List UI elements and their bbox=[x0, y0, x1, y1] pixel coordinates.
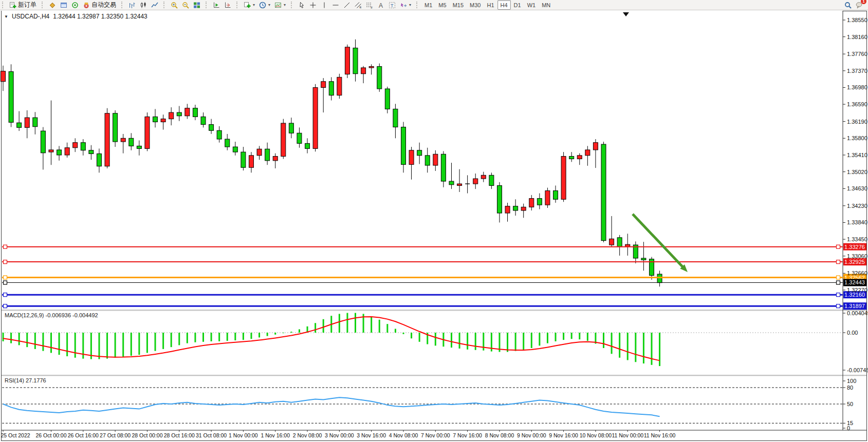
collapse-triangle-icon[interactable]: ▼ bbox=[4, 14, 8, 19]
line-handle[interactable] bbox=[4, 276, 7, 279]
price-axis-label: 1.38550 bbox=[847, 17, 867, 23]
rsi-axis-label: 80 bbox=[847, 385, 853, 391]
line-handle[interactable] bbox=[837, 281, 840, 284]
line-handle[interactable] bbox=[837, 245, 840, 248]
time-axis-label: 2 Nov 08:00 bbox=[293, 432, 322, 438]
time-axis-label: 10 Nov 08:00 bbox=[580, 432, 612, 438]
macd-axis-label: -0.007459 bbox=[847, 367, 868, 373]
rsi-indicator-label: RSI(14) 27.1776 bbox=[5, 377, 46, 383]
svg-text:1.33276: 1.33276 bbox=[844, 244, 865, 250]
time-axis-label: 3 Nov 16:00 bbox=[357, 432, 386, 438]
chart-title-symbol: USDCAD-,H4 bbox=[12, 13, 49, 20]
line-handle[interactable] bbox=[4, 281, 7, 284]
time-axis-label: 28 Oct 16:00 bbox=[164, 432, 195, 438]
line-handle[interactable] bbox=[837, 276, 840, 279]
svg-text:1.31897: 1.31897 bbox=[844, 303, 865, 309]
macd-indicator-label: MACD(12,26,9) -0.006936 -0.004492 bbox=[5, 312, 98, 318]
time-axis-label: 3 Nov 00:00 bbox=[325, 432, 354, 438]
time-axis-label: 27 Oct 08:00 bbox=[100, 432, 131, 438]
time-axis-label: 11 Nov 00:00 bbox=[612, 432, 643, 438]
price-axis-label: 1.35020 bbox=[847, 169, 867, 175]
rsi-axis-label: 50 bbox=[847, 401, 853, 407]
line-handle[interactable] bbox=[837, 260, 840, 264]
macd-axis-label: 0.004049 bbox=[847, 310, 868, 316]
time-axis-label: 7 Nov 16:00 bbox=[453, 432, 482, 438]
price-axis-label: 1.32660 bbox=[847, 270, 867, 276]
time-axis-label: 8 Nov 08:00 bbox=[485, 432, 514, 438]
line-handle[interactable] bbox=[837, 304, 840, 308]
chart-plot-area[interactable] bbox=[2, 11, 843, 430]
time-axis-label: 26 Oct 16:00 bbox=[68, 432, 99, 438]
time-axis-label: 7 Nov 00:00 bbox=[421, 432, 450, 438]
time-axis-label: 1 Nov 00:00 bbox=[229, 432, 258, 438]
time-axis-label: 31 Oct 08:00 bbox=[196, 432, 227, 438]
time-axis-label: 9 Nov 16:00 bbox=[549, 432, 578, 438]
time-axis-label: 1 Nov 16:00 bbox=[261, 432, 290, 438]
line-handle[interactable] bbox=[837, 293, 840, 297]
price-axis-label: 1.33450 bbox=[847, 236, 867, 242]
svg-text:1.32443: 1.32443 bbox=[844, 279, 865, 285]
chart-title-ohlc: 1.32644 1.32987 1.32350 1.32443 bbox=[53, 13, 147, 20]
time-axis-label: 9 Nov 00:00 bbox=[517, 432, 546, 438]
price-axis-label: 1.34230 bbox=[847, 203, 867, 209]
time-axis-label: 28 Oct 00:00 bbox=[132, 432, 162, 438]
price-axis-label: 1.34630 bbox=[847, 185, 867, 191]
time-axis-label: 26 Oct 00:00 bbox=[35, 432, 66, 438]
price-axis-label: 1.37760 bbox=[847, 51, 867, 57]
price-axis-label: 1.36190 bbox=[847, 119, 867, 125]
line-handle[interactable] bbox=[4, 260, 7, 264]
macd-axis-label: 0.00 bbox=[847, 330, 858, 336]
rsi-axis-label: 100 bbox=[847, 378, 856, 384]
price-axis-label: 1.33060 bbox=[847, 253, 867, 259]
price-axis-label: 1.38160 bbox=[847, 34, 867, 40]
line-handle[interactable] bbox=[4, 293, 7, 297]
time-axis-label: 11 Nov 16:00 bbox=[644, 432, 676, 438]
svg-text:1.32925: 1.32925 bbox=[844, 259, 865, 265]
price-axis-label: 1.35410 bbox=[847, 152, 867, 158]
time-axis-label: 4 Nov 08:00 bbox=[389, 432, 418, 438]
chart-title[interactable]: ▼ USDCAD-,H4 1.32644 1.32987 1.32350 1.3… bbox=[4, 13, 147, 20]
price-axis-label: 1.36590 bbox=[847, 101, 867, 107]
mt4-application: { "toolbar": { "groups": [ {"items": [{"… bbox=[0, 0, 868, 442]
price-axis-label: 1.33840 bbox=[847, 219, 867, 225]
line-handle[interactable] bbox=[4, 245, 7, 248]
rsi-axis-label: 0 bbox=[847, 425, 850, 431]
price-axis-label: 1.35800 bbox=[847, 135, 867, 141]
price-axis-label: 1.36980 bbox=[847, 84, 867, 90]
line-handle[interactable] bbox=[4, 304, 7, 308]
time-axis-label: 25 Oct 2022 bbox=[1, 432, 30, 438]
chart-canvas[interactable]: 1.332761.329251.325621.324431.321601.318… bbox=[0, 0, 868, 442]
price-axis-label: 1.37370 bbox=[847, 68, 867, 74]
price-axis-label: 1.32270 bbox=[847, 287, 867, 293]
